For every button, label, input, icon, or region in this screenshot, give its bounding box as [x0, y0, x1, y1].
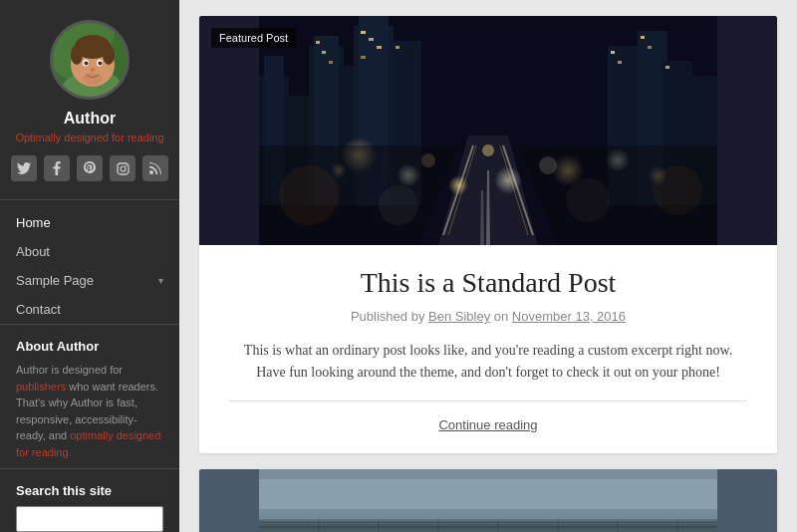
author-link[interactable]: Ben Sibley	[428, 309, 490, 324]
svg-rect-36	[361, 31, 366, 34]
avatar-image	[53, 23, 130, 100]
post-meta: Published by Ben Sibley on November 13, …	[229, 309, 747, 324]
featured-label: Featured Post	[211, 28, 296, 48]
date-link[interactable]: November 13, 2016	[512, 309, 626, 324]
svg-point-7	[71, 45, 83, 65]
nav-about[interactable]: About	[0, 237, 179, 266]
svg-point-17	[126, 164, 128, 166]
instagram-icon[interactable]	[110, 155, 135, 181]
svg-point-13	[91, 68, 96, 72]
nav-contact[interactable]: Contact	[0, 295, 179, 324]
svg-point-18	[149, 170, 153, 174]
search-section: Search this site Go	[0, 468, 179, 532]
svg-rect-45	[665, 66, 669, 69]
svg-rect-43	[641, 36, 645, 39]
avatar	[50, 20, 130, 100]
svg-rect-34	[322, 51, 326, 54]
svg-point-8	[103, 45, 115, 65]
svg-rect-37	[369, 38, 374, 41]
sidebar-nav: Home About Sample Page ▾ Contact	[0, 199, 179, 324]
author-tagline: Optimally designed for reading	[5, 132, 173, 143]
pinterest-icon[interactable]	[77, 155, 103, 181]
post-excerpt: This is what an ordinary post looks like…	[229, 340, 747, 385]
facebook-icon[interactable]	[44, 155, 70, 181]
svg-rect-38	[377, 46, 382, 49]
city-night-scene	[199, 16, 777, 245]
post-title: This is a Standard Post	[229, 267, 747, 299]
author-name: Author	[64, 110, 116, 128]
nav-home[interactable]: Home	[0, 208, 179, 237]
second-post-image	[199, 469, 777, 532]
post-divider	[229, 400, 747, 401]
search-input[interactable]	[16, 506, 163, 532]
second-post-card	[199, 469, 777, 532]
svg-point-12	[99, 62, 103, 66]
continue-reading-link[interactable]: Continue reading	[438, 417, 537, 432]
svg-rect-33	[316, 41, 320, 44]
svg-point-11	[85, 62, 89, 66]
about-section-title: About Author	[16, 339, 163, 354]
about-section-text: Author is designed for publishers who wa…	[16, 362, 163, 460]
about-section: About Author Author is designed for publ…	[0, 324, 179, 468]
sidebar: Author Optimally designed for reading Ho…	[0, 0, 179, 532]
second-post-scene	[199, 469, 777, 532]
svg-rect-40	[396, 46, 399, 49]
chevron-down-icon: ▾	[158, 275, 163, 286]
twitter-icon[interactable]	[11, 155, 37, 181]
post-body: This is a Standard Post Published by Ben…	[199, 245, 777, 453]
featured-image: Featured Post	[199, 16, 777, 245]
svg-point-59	[482, 144, 494, 156]
featured-post-card: Featured Post	[199, 16, 777, 453]
social-icons	[11, 155, 168, 181]
svg-rect-44	[648, 46, 652, 49]
svg-rect-41	[611, 51, 615, 54]
svg-point-16	[121, 166, 126, 171]
rss-icon[interactable]	[142, 155, 168, 181]
svg-point-14	[83, 73, 103, 85]
nav-sample-page[interactable]: Sample Page ▾	[0, 266, 179, 295]
search-title: Search this site	[16, 483, 163, 498]
main-content: Featured Post	[179, 0, 797, 532]
svg-rect-72	[259, 479, 717, 509]
svg-rect-42	[618, 61, 622, 64]
svg-rect-86	[259, 513, 717, 521]
svg-rect-35	[329, 61, 333, 64]
svg-rect-39	[361, 56, 366, 59]
